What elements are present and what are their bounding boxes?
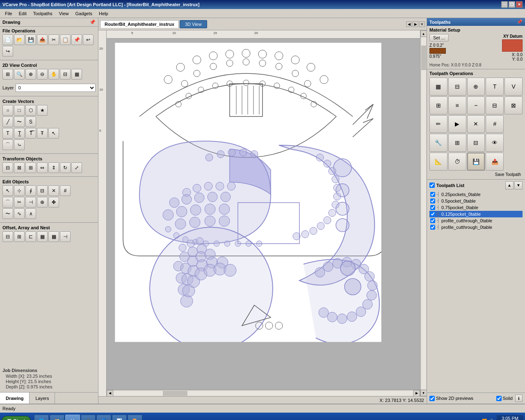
measure-btn[interactable]: 📐 (429, 153, 447, 171)
tp-item-6[interactable]: ┤ profile_cutthrough_0table (429, 224, 523, 231)
scroll-left-btn[interactable]: ◀ (107, 390, 113, 397)
flip-h-btn[interactable]: ⇔ (37, 162, 48, 173)
undo-btn[interactable]: ↩ (83, 34, 94, 45)
taskbar-ie[interactable]: 🌐 (34, 415, 49, 420)
tp-2-checkbox[interactable] (430, 199, 435, 203)
node-edit-btn[interactable]: ⊹ (14, 185, 25, 196)
tp-item-4[interactable]: ┤ 0.125pocket_0table (429, 211, 523, 217)
zoom-out-btn[interactable]: ⊖ (37, 69, 48, 80)
save-tp-btn[interactable]: 💾 (467, 153, 485, 171)
info-btn[interactable]: ℹ (515, 395, 523, 402)
tp-item-2[interactable]: ┤ 0.5pocket_0table (429, 198, 523, 204)
doc-prev-btn[interactable]: ◀ (406, 21, 412, 27)
drawing-tab[interactable]: Drawing (0, 393, 30, 404)
pointer-tool-btn[interactable]: ↖ (48, 128, 59, 139)
scale-btn[interactable]: ⤢ (71, 162, 82, 173)
scroll-up-btn[interactable]: ▲ (420, 30, 427, 37)
delete-tp-btn[interactable]: ✕ (467, 115, 485, 133)
smooth-btn[interactable]: ∿ (14, 208, 25, 219)
inlay-op-btn[interactable]: ⊞ (429, 96, 447, 114)
tp-3-checkbox[interactable] (430, 205, 435, 210)
curve-tool-btn[interactable]: 〜 (14, 116, 25, 127)
menu-edit[interactable]: Edit (16, 10, 30, 17)
trim-btn[interactable]: ✂ (14, 197, 25, 208)
tp-item-5[interactable]: ┤ profile_cutthrough_0table (429, 217, 523, 224)
new-file-btn[interactable]: 📄 (2, 34, 13, 45)
save-file-btn[interactable]: 💾 (25, 34, 36, 45)
rect-tool-btn[interactable]: □ (14, 105, 25, 116)
h-scroll-track[interactable] (114, 391, 413, 396)
text-op-btn[interactable]: T (486, 78, 504, 96)
text-tool-btn[interactable]: T (2, 128, 13, 139)
delete-btn[interactable]: ✕ (48, 185, 59, 196)
doc-next-btn[interactable]: ▶ (413, 21, 418, 27)
restore-btn[interactable]: ❐ (509, 1, 515, 8)
profile-op-btn[interactable]: ⊟ (448, 78, 466, 96)
menu-help[interactable]: Help (96, 10, 112, 17)
close-btn[interactable]: ✕ (516, 1, 523, 8)
merge-btn[interactable]: ⊟ (467, 134, 485, 152)
weld-btn[interactable]: ✤ (48, 197, 59, 208)
text-arc-btn[interactable]: T͡ (25, 128, 36, 139)
pocket-op-btn[interactable]: ▦ (429, 78, 447, 96)
open-file-btn[interactable]: 📂 (14, 34, 25, 45)
paste-btn[interactable]: 📌 (71, 34, 82, 45)
bitmap-btn[interactable]: ⊟ (37, 185, 48, 196)
unroll-btn[interactable]: ⊣ (60, 231, 71, 242)
tp-4-checkbox[interactable] (430, 212, 435, 217)
select-btn[interactable]: ↖ (2, 185, 13, 196)
calc-btn[interactable]: # (60, 185, 71, 196)
start-button[interactable]: ⊞ Start (2, 416, 31, 420)
line-tool-btn[interactable]: ╱ (2, 116, 13, 127)
drill-op-btn[interactable]: ⊕ (467, 78, 485, 96)
zoom-in-btn[interactable]: ⊕ (25, 69, 36, 80)
array-btn[interactable]: ⊞ (14, 231, 25, 242)
tl-up-btn[interactable]: ▲ (505, 181, 514, 189)
menu-toolpaths[interactable]: Toolpaths (30, 10, 56, 17)
tl-all-checkbox[interactable] (429, 183, 435, 188)
pattern-btn[interactable]: ▦ (37, 231, 48, 242)
cut-btn[interactable]: ✂ (48, 34, 59, 45)
canvas-svg-area[interactable] (107, 39, 420, 390)
minimize-btn[interactable]: ─ (501, 1, 508, 8)
text-box-btn[interactable]: Ŧ (37, 128, 48, 139)
align-btn[interactable]: ⊟ (2, 162, 13, 173)
path-ops-btn[interactable]: ∮ (25, 185, 36, 196)
tp-1-checkbox[interactable] (430, 192, 435, 197)
title-bar-controls[interactable]: ─ ❐ ✕ (501, 1, 523, 8)
export-btn[interactable]: 📤 (37, 34, 48, 45)
polygon-tool-btn[interactable]: ⬡ (25, 105, 36, 116)
boolean-btn[interactable]: ⊕ (37, 197, 48, 208)
toolpaths-pin-icon[interactable]: 📌 (517, 19, 523, 25)
tl-down-btn[interactable]: ▼ (514, 181, 523, 189)
spiral-tool-btn[interactable]: S (25, 116, 36, 127)
zoom-fit-btn[interactable]: ⊞ (2, 69, 13, 80)
menu-file[interactable]: File (2, 10, 16, 17)
menu-gadgets[interactable]: Gadgets (72, 10, 96, 17)
3d-rough-op-btn[interactable]: ⊠ (504, 96, 523, 114)
spline-btn[interactable]: 〜 (2, 208, 13, 219)
tp-6-checkbox[interactable] (430, 225, 435, 230)
scroll-right-btn[interactable]: ▶ (413, 390, 420, 397)
arc-tool-btn[interactable]: ⌒ (2, 139, 13, 150)
tp-item-1[interactable]: ┤ 0.25pockets_0table (429, 191, 523, 198)
recalc-btn[interactable]: # (486, 115, 504, 133)
taskbar-vcarve[interactable]: V (65, 415, 80, 420)
simulate-btn[interactable]: ▶ (448, 115, 466, 133)
panel-pin-icon[interactable]: 📌 (89, 19, 96, 25)
nest-btn[interactable]: ⊏ (25, 231, 36, 242)
clock[interactable]: 3:05 PM 6/19/2015 (497, 415, 523, 420)
circle-tool-btn[interactable]: ○ (2, 105, 13, 116)
layer-select[interactable]: 0 (16, 84, 96, 92)
moulding-op-btn[interactable]: ⌢ (467, 96, 485, 114)
fill-btn[interactable]: ▩ (48, 231, 59, 242)
show-2d-checkbox[interactable] (429, 396, 435, 401)
preview-btn[interactable]: 👁 (486, 134, 504, 152)
taskbar-browser[interactable]: 🔵 (96, 415, 111, 420)
taskbar-explorer[interactable]: 📁 (50, 415, 64, 420)
join-btn[interactable]: ⌒ (2, 197, 13, 208)
3d-view-tab[interactable]: 3D View (180, 20, 207, 28)
taskbar-app2[interactable]: 📊 (112, 415, 127, 420)
h-scroll-thumb[interactable] (163, 391, 187, 396)
extend-btn[interactable]: ⊣ (25, 197, 36, 208)
